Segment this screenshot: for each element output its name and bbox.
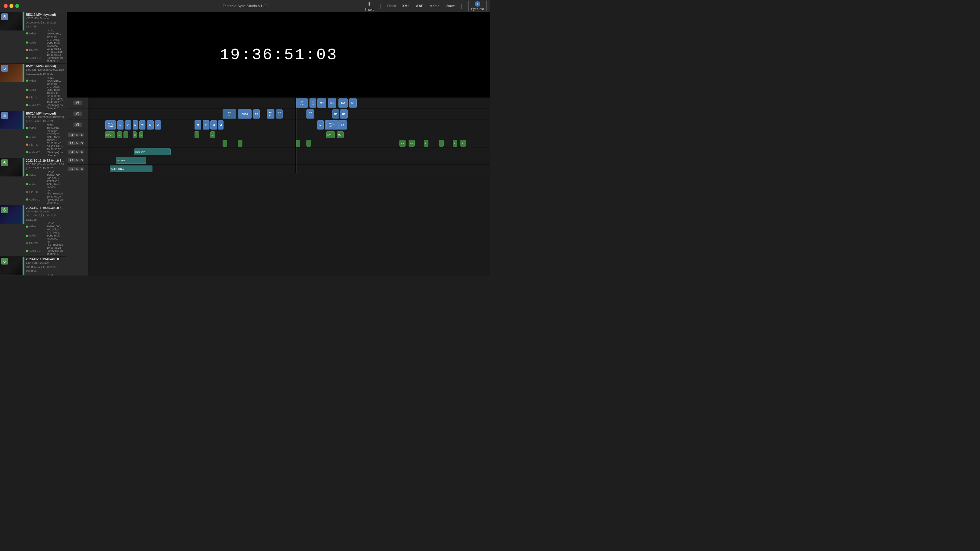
maximize-button[interactable] — [15, 4, 19, 8]
a3-m-button[interactable]: M — [75, 150, 80, 154]
a2-s-button[interactable]: S — [80, 141, 84, 145]
audio-clip[interactable]: M — [210, 131, 215, 138]
timeline-clip[interactable]: VI — [125, 121, 131, 130]
a1-s-button[interactable]: S — [80, 133, 84, 137]
timeline-clip[interactable]: M — [210, 121, 217, 130]
list-item[interactable]: 5R5C13.MP4 (synced)1,09 GB | Duration 00… — [0, 64, 67, 111]
timeline-clip[interactable]: VI — [139, 121, 145, 130]
a4-s-button[interactable]: S — [80, 159, 84, 162]
timeline-clip[interactable]: R5C8 — [238, 110, 251, 119]
v2-label-button[interactable]: V2 — [73, 111, 82, 116]
mvi-clip[interactable]: MVI_.00 — [326, 121, 337, 130]
timeline-clip[interactable]: 202 — [317, 98, 326, 108]
timeline-clip[interactable]: VI — [218, 121, 223, 130]
timeline-clip[interactable]: 25 — [310, 98, 316, 108]
a5-m-button[interactable]: M — [75, 167, 80, 171]
audio-clip[interactable] — [307, 140, 311, 146]
a1-label-button[interactable]: A1 — [68, 133, 75, 137]
list-item[interactable]: 62023-10-11 19-50-39...0 60fps.MOV (sync… — [0, 205, 67, 257]
v1-label-button[interactable]: V1 — [73, 122, 82, 127]
synced-indicator — [22, 64, 24, 82]
clip-row-value: no FileTimecode — [47, 189, 65, 195]
audio-clip[interactable]: MVL_ — [105, 131, 115, 138]
timeline-clip[interactable]: N — [118, 121, 124, 130]
timeline-clip[interactable]: VI — [203, 121, 210, 130]
v3-label-button[interactable]: V3 — [73, 100, 82, 105]
timeline-clip[interactable]: M — [133, 121, 138, 130]
list-item[interactable]: 62023-10-11 19-52-04...0 60fps.MOV (sync… — [0, 158, 67, 205]
a4-m-button[interactable]: M — [75, 159, 80, 162]
audio-clip[interactable]: MV — [337, 131, 344, 138]
timeline-clip[interactable]: R5 — [332, 110, 339, 119]
timeline-clip[interactable]: R5C — [223, 110, 236, 119]
minimize-button[interactable] — [10, 4, 13, 8]
clip-detail-row: File-TCno FileTimecode — [26, 240, 65, 246]
audio-clip[interactable]: R — [453, 140, 457, 146]
list-item[interactable]: 5R5C12.MP4 (synced)453,7 MB | Duration 0… — [0, 12, 67, 64]
track-header-a5: A5 M S — [67, 165, 88, 173]
clip-name: 2023-10-11 19-49-40...0 60fps.MOV (synce… — [26, 257, 65, 261]
clip-detail-row: VideoHEVC, 1920x1080, ~60.00fps — [26, 273, 65, 276]
timeline-content[interactable]: 2023- 25 202 3-1 202 3-1 R5C R5C8 R5 — [88, 97, 490, 275]
media-button[interactable]: Media — [430, 4, 440, 8]
clip-list[interactable]: 5R5C12.MP4 (synced)453,7 MB | Duration 0… — [0, 12, 67, 275]
timeline-clip[interactable]: VI — [155, 121, 161, 130]
timeline-clip[interactable]: M — [194, 121, 201, 130]
a1-m-button[interactable]: M — [75, 133, 80, 137]
clip-row-value: HEVC, 1920x1080, ~60.00fps — [47, 171, 65, 180]
audio-clip[interactable] — [439, 140, 444, 146]
a2-label-button[interactable]: A2 — [68, 141, 75, 145]
timeline-clip[interactable]: MVI_0004 — [105, 121, 116, 130]
sync-info-button[interactable]: i Sync Info — [468, 0, 487, 12]
wave-button[interactable]: Wave — [445, 4, 455, 8]
a2-track-lane: R5C R5 R R R5 — [88, 139, 490, 148]
audio-clip[interactable]: R5 — [460, 140, 466, 146]
a5-label-button[interactable]: A5 — [68, 167, 75, 171]
audio-clip[interactable]: MVI — [326, 131, 335, 138]
a5-s-button[interactable]: S — [80, 167, 84, 171]
audio-clip[interactable]: Andrii_0012A — [110, 165, 153, 172]
audio-clip[interactable]: REC -007 — [134, 148, 171, 155]
close-button[interactable] — [4, 4, 8, 8]
audio-clip[interactable] — [238, 140, 242, 146]
audio-clip[interactable] — [194, 131, 199, 138]
a3-s-button[interactable]: S — [80, 150, 84, 154]
import-button[interactable]: ⬇ Import — [365, 1, 374, 11]
xml-button[interactable]: XML — [402, 4, 410, 8]
timeline-clip[interactable]: R5C — [276, 110, 283, 119]
app-title: Tentacle Sync Studio V1.33 — [223, 4, 268, 8]
audio-clip[interactable] — [124, 131, 128, 138]
audio-clip[interactable] — [296, 140, 300, 146]
audio-clip[interactable] — [223, 140, 227, 146]
timeline-clip[interactable]: 2023- — [296, 98, 308, 108]
timeline-clip[interactable]: R5 — [340, 110, 348, 119]
list-item[interactable]: 5R5C14.MP4 (synced)1,96 GB | Duration 00… — [0, 111, 67, 158]
audio-clip[interactable]: R5C — [399, 140, 406, 146]
audio-clip[interactable]: R — [424, 140, 428, 146]
status-dot — [26, 96, 28, 98]
status-dot — [26, 41, 28, 44]
audio-clip[interactable]: M — [139, 131, 143, 138]
right-area: 19:36:51:03 V3 V2 V1 A1 — [67, 12, 490, 275]
status-dot — [26, 143, 28, 146]
a4-label-button[interactable]: A4 — [68, 158, 75, 162]
timeline-clip[interactable]: 3-1 — [349, 98, 357, 108]
clip-row-label: Video — [29, 225, 46, 228]
timeline-clip[interactable]: R5 — [253, 110, 260, 119]
timeline-clip[interactable]: I.0 — [339, 121, 347, 130]
audio-clip[interactable]: rec -009 — [116, 157, 146, 164]
timeline-clip[interactable]: M — [147, 121, 154, 130]
timeline-clip[interactable]: M — [317, 121, 324, 130]
audio-clip[interactable]: R5 — [409, 140, 415, 146]
a2-m-button[interactable]: M — [75, 141, 80, 145]
timeline-clip[interactable]: 3-1 — [328, 98, 336, 108]
aaf-button[interactable]: AAF — [416, 4, 423, 8]
list-item[interactable]: 62023-10-11 19-49-40...0 60fps.MOV (sync… — [0, 257, 67, 275]
audio-clip[interactable]: M — [118, 131, 122, 138]
clip-badge: 5 — [1, 112, 8, 119]
a3-label-button[interactable]: A3 — [68, 150, 75, 154]
timeline-clip[interactable]: R5C — [267, 110, 274, 119]
timeline-clip[interactable]: 202 — [339, 98, 348, 108]
audio-clip[interactable]: M — [133, 131, 137, 138]
timeline-clip[interactable]: R5C — [307, 110, 314, 119]
